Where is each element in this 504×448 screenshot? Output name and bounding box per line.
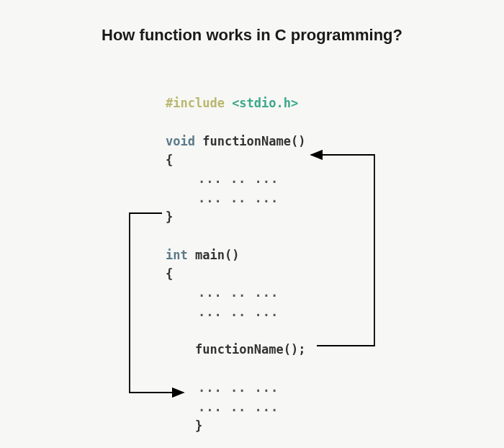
close-brace-line: }: [166, 416, 305, 435]
function-name: functionName(): [195, 134, 306, 148]
include-line: #include <stdio.h>: [166, 94, 305, 112]
blank-line: [166, 359, 305, 378]
body-dots-line: ... .. ...: [166, 283, 305, 302]
function-call-line: functionName();: [166, 340, 305, 359]
main-name: main(): [188, 248, 240, 262]
open-brace-line: {: [166, 151, 305, 169]
blank-line: [166, 321, 305, 340]
call-to-function-arrow: [311, 155, 374, 346]
body-dots-line: ... .. ...: [166, 303, 305, 321]
body-dots-line: ... .. ...: [166, 378, 305, 397]
body-dots-line: ... .. ...: [166, 189, 305, 207]
body-dots-line: ... .. ...: [166, 398, 305, 416]
main-decl-line: int main(): [166, 246, 305, 264]
open-brace-line: {: [166, 264, 305, 283]
diagram-title: How function works in C programming?: [102, 26, 402, 45]
code-block: #include <stdio.h> void functionName() {…: [166, 94, 305, 435]
include-header: <stdio.h>: [232, 96, 298, 110]
body-dots-line: ... .. ...: [166, 169, 305, 188]
blank-line: [166, 226, 305, 245]
func-decl-line: void functionName(): [166, 132, 305, 151]
int-keyword: int: [166, 248, 188, 262]
close-brace-line: }: [166, 207, 305, 226]
include-keyword: #include: [166, 96, 232, 110]
blank-line: [166, 112, 305, 131]
void-keyword: void: [166, 134, 195, 148]
